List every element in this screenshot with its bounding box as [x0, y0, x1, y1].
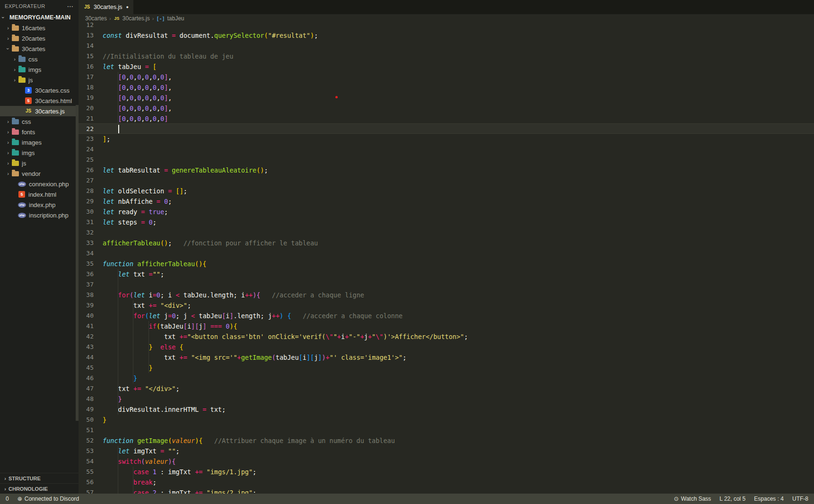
sidebar-item-inscription-php[interactable]: phpinscription.php	[0, 210, 79, 220]
line-number: 34	[79, 248, 94, 259]
tab-30cartes-js[interactable]: JS 30cartes.js ●	[79, 0, 133, 14]
chevron-right-icon[interactable]: ›	[5, 171, 11, 176]
code-text: let tabJeu = [	[103, 61, 157, 72]
code-editor[interactable]: 1213const divResultat = document.querySe…	[79, 20, 814, 494]
sidebar-item-30cartes[interactable]: ›30cartes	[0, 43, 79, 54]
indent-guide	[118, 93, 118, 103]
sidebar-item-16cartes[interactable]: ›16cartes	[0, 23, 79, 33]
line-number: 17	[79, 72, 94, 82]
status-remote-indicator[interactable]: 0	[6, 495, 9, 502]
status-cursor-position[interactable]: L 22, col 5	[719, 495, 745, 502]
php-file-icon: php	[18, 202, 26, 208]
sidebar-item-30cartes-html[interactable]: 530cartes.html	[0, 96, 79, 106]
code-line: 29let nbAffiche = 0;	[79, 196, 814, 207]
code-text: //Initialisation du tableau de jeu	[103, 51, 233, 61]
status-encoding[interactable]: UTF-8	[792, 495, 808, 502]
code-line: 15//Initialisation du tableau de jeu	[79, 51, 814, 61]
code-line: 23];	[79, 134, 814, 144]
sidebar-item-images[interactable]: ›images	[0, 137, 79, 148]
code-text: [0,0,0,0,0,0],	[103, 93, 172, 103]
sidebar-item-index-html[interactable]: 5index.html	[0, 189, 79, 200]
chevron-down-icon[interactable]: ›	[5, 45, 11, 52]
chevron-right-icon[interactable]: ›	[11, 56, 18, 62]
chevron-right-icon[interactable]: ›	[5, 150, 11, 156]
sidebar-item-imgs[interactable]: ›imgs	[0, 64, 79, 75]
sidebar-item-css[interactable]: ›css	[0, 54, 79, 64]
code-line: 47 txt += "</div>";	[79, 383, 814, 394]
indent-guide	[149, 363, 149, 373]
workspace-root[interactable]: › MEMORYGAME-MAIN	[0, 12, 79, 23]
code-text: [0,0,0,0,0,0],	[103, 72, 172, 82]
sidebar-item-20cartes[interactable]: ›20cartes	[0, 33, 79, 43]
text-cursor	[118, 125, 119, 133]
code-text: }	[103, 363, 153, 373]
chevron-right-icon[interactable]: ›	[5, 160, 11, 166]
sidebar-item-index-php[interactable]: phpindex.php	[0, 200, 79, 210]
sidebar-item-fonts[interactable]: ›fonts	[0, 127, 79, 137]
code-line: 53 let imgTxt = "";	[79, 446, 814, 456]
chevron-right-icon[interactable]: ›	[11, 67, 18, 72]
sidebar-item-30cartes-js[interactable]: JS30cartes.js	[0, 106, 79, 116]
line-number: 47	[79, 383, 94, 394]
status-bar: 0⊕Connected to Discord ⊙Watch SassL 22, …	[0, 494, 814, 504]
code-line: 57 case 2 : imgTxt += "imgs/2.jpg";	[79, 487, 814, 494]
chevron-right-icon[interactable]: ›	[5, 35, 11, 41]
code-line: 42 txt +="<button class='btn' onClick='v…	[79, 331, 814, 342]
line-number: 16	[79, 61, 94, 72]
line-number: 21	[79, 113, 94, 124]
status-watch-sass[interactable]: ⊙Watch Sass	[674, 495, 711, 502]
folder-js-icon	[18, 76, 26, 84]
line-number: 38	[79, 290, 94, 300]
watch-sass-icon: ⊙	[674, 495, 679, 502]
chevron-right-icon[interactable]: ›	[5, 25, 11, 31]
indent-guide	[118, 394, 118, 404]
sidebar-item-label: 30cartes	[22, 45, 45, 52]
sidebar-item-js[interactable]: ›js	[0, 75, 79, 85]
folder-icon	[12, 26, 19, 31]
sidebar-item-30cartes-css[interactable]: 330cartes.css	[0, 85, 79, 96]
line-number: 32	[79, 227, 94, 238]
indent-guide	[118, 113, 118, 124]
code-text: function getImage(valeur){ //Attribuer c…	[103, 435, 395, 446]
code-text: } else {	[103, 342, 184, 352]
unsaved-changes-dot[interactable]: ●	[126, 5, 128, 9]
sidebar-item-label: imgs	[22, 149, 35, 156]
sidebar-item-css[interactable]: ›css	[0, 116, 79, 127]
status-discord-status[interactable]: ⊕Connected to Discord	[18, 495, 79, 502]
folder-img-icon	[11, 139, 19, 146]
sidebar-item-label: connexion.php	[29, 181, 69, 188]
code-line: 54 switch(valeur){	[79, 456, 814, 467]
status-indentation[interactable]: Espaces : 4	[754, 495, 784, 502]
sidebar-item-label: images	[22, 139, 42, 146]
sidebar-section-chronologie[interactable]: ›CHRONOLOGIE	[0, 483, 79, 494]
explorer-more-actions-icon[interactable]: ⋯	[67, 2, 74, 10]
chevron-right-icon[interactable]: ›	[5, 129, 11, 135]
indent-guide	[118, 352, 118, 363]
sidebar-item-label: css	[22, 118, 31, 125]
chevron-right-icon[interactable]: ›	[5, 139, 11, 145]
code-text: [0,0,0,0,0,0],	[103, 103, 172, 113]
code-line: 50}	[79, 415, 814, 425]
sidebar-item-vendor[interactable]: ›vendor	[0, 168, 79, 179]
indent-guide	[149, 342, 149, 352]
cursor-position-label: L 22, col 5	[719, 495, 745, 502]
indent-guide	[118, 72, 118, 82]
indent-guide	[149, 331, 149, 342]
sidebar-item-js[interactable]: ›js	[0, 158, 79, 168]
code-text: let txt ="";	[103, 269, 164, 279]
folder-img-icon	[18, 67, 26, 72]
chevron-right-icon[interactable]: ›	[5, 119, 11, 124]
indent-guide	[149, 321, 149, 331]
chevron-right-icon[interactable]: ›	[11, 77, 18, 83]
code-text: afficherTableau(); //fonction pour affic…	[103, 238, 318, 248]
code-line: 26let tabResultat = genereTableauAleatoi…	[79, 165, 814, 175]
sidebar-item-label: 30cartes.css	[35, 87, 70, 94]
folder-img-icon	[18, 66, 26, 73]
sidebar-section-structure[interactable]: ›STRUCTURE	[0, 473, 79, 483]
code-text: divResultat.innerHTML = txt;	[103, 404, 226, 415]
sidebar-item-connexion-php[interactable]: phpconnexion.php	[0, 179, 79, 189]
discord-status-icon: ⊕	[18, 495, 22, 502]
line-number: 24	[79, 144, 94, 155]
indent-guide	[118, 373, 118, 383]
sidebar-item-imgs[interactable]: ›imgs	[0, 148, 79, 158]
